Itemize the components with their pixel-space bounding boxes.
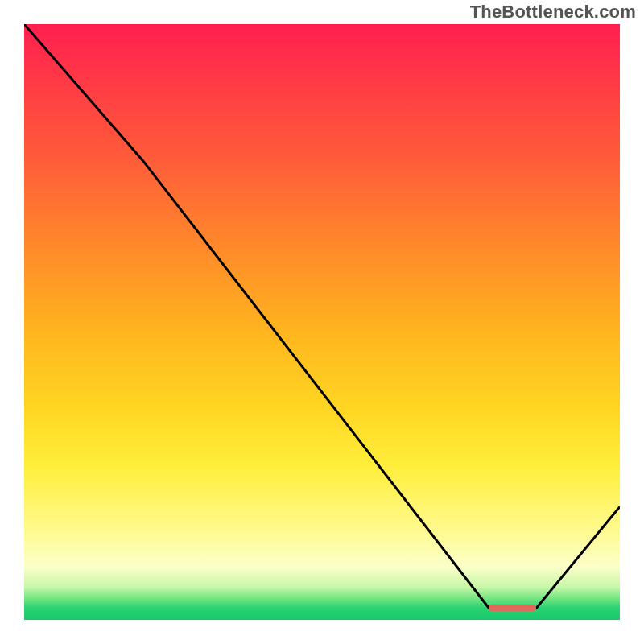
- chart-line: [24, 24, 620, 608]
- chart-svg: [24, 24, 620, 620]
- watermark-text: TheBottleneck.com: [470, 2, 636, 23]
- plot-area: [24, 24, 620, 620]
- chart-container: TheBottleneck.com: [0, 0, 644, 644]
- chart-marker: [489, 605, 536, 611]
